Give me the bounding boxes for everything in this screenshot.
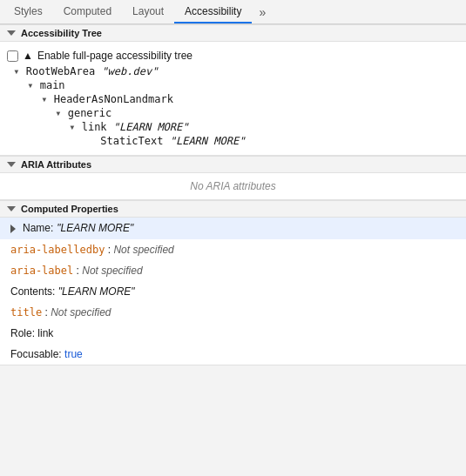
computed-row-aria-label: aria-label : Not specified bbox=[0, 260, 466, 281]
aria-attributes-title: ARIA Attributes bbox=[21, 159, 91, 170]
tab-computed[interactable]: Computed bbox=[53, 2, 122, 23]
tree-toggle-icon: ▾ bbox=[55, 107, 67, 119]
computed-row-contents: Contents: "LEARN MORE" bbox=[0, 281, 466, 302]
tab-layout[interactable]: Layout bbox=[122, 2, 174, 23]
enable-full-page-checkbox[interactable] bbox=[7, 50, 18, 62]
computed-properties-header: Computed Properties bbox=[0, 200, 466, 218]
prop-name-aria-labelledby: aria-labelledby bbox=[10, 244, 105, 256]
computed-row-focusable: Focusable: true bbox=[0, 344, 466, 365]
tab-more[interactable]: » bbox=[252, 2, 273, 23]
computed-row-aria-labelledby: aria-labelledby : Not specified bbox=[0, 239, 466, 260]
tree-node-link[interactable]: ▾ link "LEARN MORE" bbox=[7, 120, 459, 134]
aria-empty-message: No ARIA attributes bbox=[0, 173, 466, 199]
expand-triangle-icon bbox=[10, 225, 16, 233]
tree-node-header[interactable]: ▾ HeaderAsNonLandmark bbox=[7, 92, 459, 106]
prop-value-contents: "LEARN MORE" bbox=[58, 285, 135, 298]
tree-node-generic[interactable]: ▾ generic bbox=[7, 106, 459, 120]
prop-name-role: Role: bbox=[10, 327, 37, 339]
computed-row-title: title : Not specified bbox=[0, 302, 466, 323]
enable-full-page-row: ▲ Enable full-page accessibility tree bbox=[7, 47, 459, 64]
tree-node-rootwebarea[interactable]: ▾ RootWebArea "web.dev" bbox=[7, 64, 459, 78]
prop-value-aria-labelledby: Not specified bbox=[113, 244, 173, 256]
prop-name-focusable: Focusable: bbox=[10, 348, 64, 360]
tab-styles[interactable]: Styles bbox=[3, 2, 53, 23]
tab-accessibility[interactable]: Accessibility bbox=[174, 2, 252, 23]
tree-area: ▲ Enable full-page accessibility tree ▾ … bbox=[0, 42, 466, 155]
tree-toggle-icon: ▾ bbox=[13, 65, 25, 77]
aria-attributes-section: ARIA Attributes No ARIA attributes bbox=[0, 156, 466, 200]
accessibility-tree-title: Accessibility Tree bbox=[21, 28, 102, 38]
prop-name-contents: Contents: bbox=[10, 285, 58, 298]
collapse-triangle-icon bbox=[7, 30, 16, 36]
prop-value-aria-label: Not specified bbox=[82, 265, 142, 277]
enable-full-page-label: Enable full-page accessibility tree bbox=[37, 50, 192, 62]
accessibility-tree: ▾ RootWebArea "web.dev" ▾ main ▾ HeaderA… bbox=[7, 64, 459, 148]
tree-toggle-icon: ▾ bbox=[27, 79, 39, 91]
name-value: "LEARN MORE" bbox=[57, 220, 133, 237]
prop-name-aria-label: aria-label bbox=[10, 265, 73, 277]
collapse-triangle-icon bbox=[7, 206, 16, 211]
collapse-triangle-icon bbox=[7, 162, 16, 167]
tree-toggle-icon: ▾ bbox=[41, 93, 53, 105]
tree-toggle-icon: ▾ bbox=[69, 121, 81, 133]
prop-name-title: title bbox=[10, 306, 42, 318]
accessibility-tree-section: Accessibility Tree ▲ Enable full-page ac… bbox=[0, 24, 466, 156]
prop-value-title: Not specified bbox=[51, 306, 111, 318]
aria-attributes-header: ARIA Attributes bbox=[0, 156, 466, 173]
prop-value-role: link bbox=[37, 327, 53, 339]
prop-value-focusable[interactable]: true bbox=[64, 348, 83, 360]
tab-bar: Styles Computed Layout Accessibility » bbox=[0, 0, 466, 24]
tree-node-statictext[interactable]: StaticText "LEARN MORE" bbox=[7, 134, 459, 148]
accessibility-tree-header: Accessibility Tree bbox=[0, 24, 466, 42]
computed-properties-area: Name: "LEARN MORE" aria-labelledby : Not… bbox=[0, 218, 466, 365]
filter-icon: ▲ bbox=[23, 50, 33, 62]
tree-node-main[interactable]: ▾ main bbox=[7, 78, 459, 92]
computed-properties-section: Computed Properties Name: "LEARN MORE" a… bbox=[0, 200, 466, 365]
computed-name-row[interactable]: Name: "LEARN MORE" bbox=[0, 218, 466, 239]
computed-properties-title: Computed Properties bbox=[21, 204, 118, 214]
computed-row-role: Role: link bbox=[0, 323, 466, 344]
name-label: Name: bbox=[23, 220, 53, 237]
